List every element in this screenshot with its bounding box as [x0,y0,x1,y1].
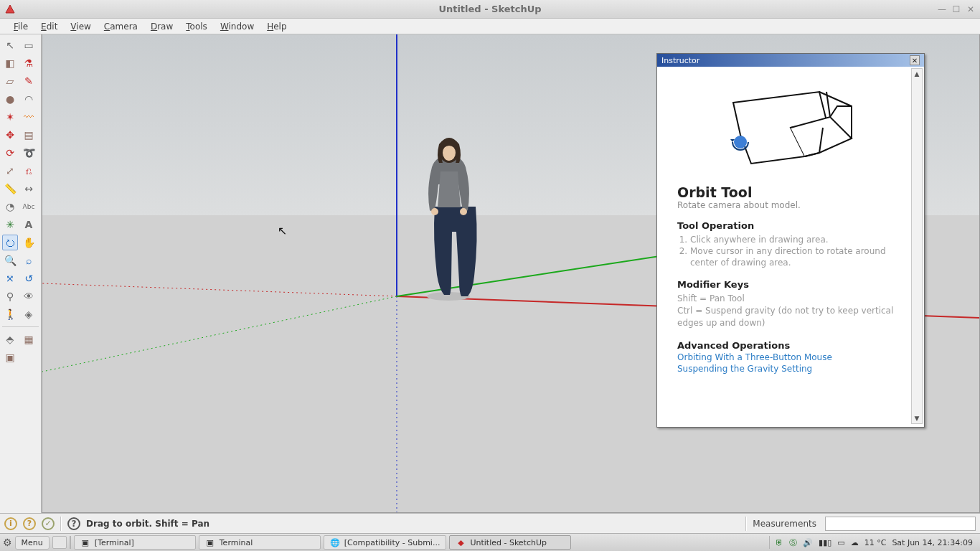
pan-icon[interactable]: ✋ [21,235,37,250]
scroll-down-icon[interactable]: ▼ [912,413,922,423]
os-taskbar: ⚙ Menu ▣ [Terminal] ▣ Terminal 🌐 [Compat… [0,533,980,551]
text-icon[interactable]: Abc [21,199,37,215]
instructor-op-step: Click anywhere in drawing area. [690,234,904,245]
weather-text: 11 °C [864,538,887,547]
instructor-adv-link[interactable]: Orbiting With a Three-Button Mouse [677,352,904,362]
axis-green-neg [42,296,397,372]
freehand-icon[interactable]: 〰 [21,109,37,125]
menu-window[interactable]: Window [214,20,260,33]
lookaround-icon[interactable]: 👁 [21,288,37,304]
paint-bucket-icon[interactable]: ⚗ [21,55,37,71]
menu-draw[interactable]: Draw [144,20,179,33]
task-label: Terminal [220,538,253,547]
menu-tools[interactable]: Tools [179,20,214,33]
menu-view[interactable]: View [64,20,97,33]
instructor-tool-desc: Rotate camera about model. [677,200,904,210]
zoom-icon[interactable]: 🔍 [2,253,18,268]
explode-icon[interactable]: ▣ [2,349,18,365]
instructor-adv-link[interactable]: Suspending the Gravity Setting [677,364,904,374]
menu-help[interactable]: Help [260,20,293,33]
task-terminal-2[interactable]: ▣ Terminal [199,535,321,550]
walk-icon[interactable]: 🚶 [2,306,18,322]
volume-icon[interactable]: 🔊 [803,538,813,547]
sectionplane-icon[interactable]: ◈ [21,306,37,322]
rectangle-add-icon[interactable]: ▭ [21,37,37,53]
circle-icon[interactable]: ● [2,91,18,107]
statusbar-sep [60,517,62,531]
line-icon[interactable]: ✎ [21,73,37,89]
menu-edit[interactable]: Edit [34,20,64,33]
select-icon[interactable]: ↖ [2,37,18,53]
instructor-tool-title: Orbit Tool [677,184,904,200]
terminal-icon: ▣ [80,537,90,547]
3dtext-icon[interactable]: A [21,217,37,232]
previous-icon[interactable]: ↺ [21,270,37,286]
measurements-input[interactable] [825,517,976,531]
instructor-scrollbar[interactable]: ▲ ▼ [911,68,923,424]
makecomponent-icon[interactable]: ▦ [21,331,37,347]
followme-icon[interactable]: ➰ [21,145,37,161]
offset-icon[interactable]: ⎌ [21,163,37,179]
instructor-titlebar[interactable]: Instructor ✕ [657,54,924,67]
instructor-op-list: Click anywhere in drawing area. Move cur… [690,234,904,269]
task-label: [Compatibility - Submi... [344,538,440,547]
clock[interactable]: Sat Jun 14, 21:34:09 [892,538,973,547]
shield-icon[interactable]: ⛨ [776,538,783,547]
empty-slot [21,349,37,365]
instructor-mod-lines: Shift = Pan Tool Ctrl = Suspend gravity … [677,293,904,330]
status-circle-2[interactable]: ? [23,517,36,530]
menu-file[interactable]: File [7,20,34,33]
task-sketchup[interactable]: ◆ Untitled - SketchUp [449,535,571,550]
statusbar-sep [745,517,747,531]
instructor-close-button[interactable]: ✕ [910,55,920,65]
instructor-adv-heading: Advanced Operations [677,340,904,351]
show-desktop-button[interactable] [52,536,67,549]
arc-icon[interactable]: ◠ [21,91,37,107]
help-icon[interactable]: ? [67,517,80,530]
instructor-title-label: Instructor [661,56,699,65]
status-circle-1[interactable]: i [4,517,17,530]
menu-camera[interactable]: Camera [98,20,144,33]
zoomextents-icon[interactable]: ⤧ [2,270,18,286]
pushpull-icon[interactable]: ▤ [21,127,37,143]
rotate-icon[interactable]: ⟳ [2,145,18,161]
wifi-icon[interactable]: ▮▮▯ [819,538,831,547]
weather-icon[interactable]: ☁ [851,538,859,547]
window-titlebar: Untitled - SketchUp — ☐ ✕ [0,0,980,19]
polygon-icon[interactable]: ✶ [2,109,18,125]
svg-point-4 [431,208,438,215]
svg-point-5 [460,208,467,215]
menu-label: Menu [22,538,43,547]
eraser-icon[interactable]: ◧ [2,55,18,71]
terminal-icon: ▣ [205,537,215,547]
system-menu-button[interactable]: Menu [15,536,50,550]
svg-marker-0 [6,5,14,13]
axes-icon[interactable]: ✳ [2,217,18,232]
makegroup-icon[interactable]: ⬘ [2,331,18,347]
status-circle-3[interactable]: ✓ [42,517,55,530]
cursor-icon: ↖ [278,224,287,237]
rectangle-icon[interactable]: ▱ [2,73,18,89]
move-icon[interactable]: ✥ [2,127,18,143]
zoomwindow-icon[interactable]: ⌕ [21,253,37,268]
dimension-icon[interactable]: ↔ [21,181,37,197]
position-icon[interactable]: ⚲ [2,288,18,304]
system-tray: ⛨ Ⓢ 🔊 ▮▮▯ ▭ ☁ 11 °C Sat Jun 14, 21:34:09 [769,536,977,549]
protractor-icon[interactable]: ◔ [2,199,18,215]
measurements-label: Measurements [753,519,816,529]
tape-icon[interactable]: 📏 [2,181,18,197]
minimize-button[interactable]: — [936,4,948,15]
skype-icon[interactable]: Ⓢ [789,537,797,548]
viewport-3d[interactable]: ↖ Instructor ✕ [42,34,980,513]
taskbar-sep [70,536,71,549]
brightness-icon[interactable]: ▭ [837,538,844,547]
instructor-op-step: Move cursor in any direction to rotate a… [690,245,904,268]
maximize-button[interactable]: ☐ [950,4,963,15]
system-menu-icon[interactable]: ⚙ [3,537,12,548]
task-browser[interactable]: 🌐 [Compatibility - Submi... [324,535,447,550]
close-button[interactable]: ✕ [964,4,977,15]
orbit-icon[interactable]: ⭮ [2,235,18,250]
scale-icon[interactable]: ⤢ [2,163,18,179]
scroll-up-icon[interactable]: ▲ [912,69,922,79]
task-terminal-1[interactable]: ▣ [Terminal] [74,535,196,550]
